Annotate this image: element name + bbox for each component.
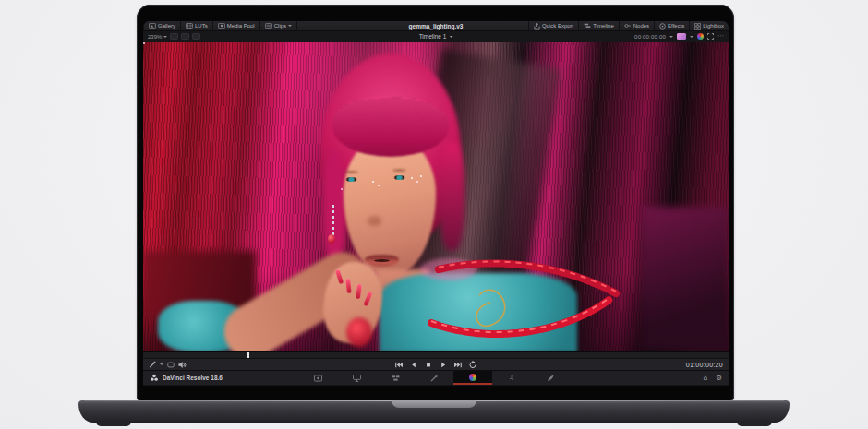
viewer-toolbar-right: 00:00:00:00 ⋯ (634, 33, 724, 40)
chevron-down-icon (288, 25, 292, 27)
effects-button[interactable]: Effects (654, 21, 689, 30)
timeline-selector-label: Timeline 1 (419, 33, 447, 40)
color-management-icon[interactable] (697, 33, 704, 40)
gear-icon[interactable]: ⚙ (716, 375, 722, 382)
toolbar-left-group: Gallery LUTs Media Pool (143, 21, 297, 30)
tab-fairlight[interactable]: ♫ (492, 371, 531, 385)
play-button[interactable] (440, 361, 448, 369)
step-back-button[interactable] (410, 361, 418, 369)
lightbox-label: Lightbox (703, 23, 724, 29)
skip-to-start-button[interactable] (395, 361, 404, 369)
luts-button[interactable]: LUTs (181, 21, 213, 30)
playhead-timecode: 01:00:00:20 (686, 362, 723, 368)
quick-export-button[interactable]: Quick Export (528, 21, 578, 30)
earring-chain (332, 205, 334, 236)
timeline-selector[interactable]: Timeline 1 (419, 33, 453, 40)
media-pool-icon (218, 23, 225, 29)
loop-button[interactable] (469, 361, 477, 369)
deliver-page-icon (547, 375, 555, 382)
model-hair-right (440, 142, 464, 251)
tab-media[interactable] (298, 371, 337, 385)
chevron-down-icon[interactable] (669, 36, 673, 38)
chevron-down-icon[interactable] (690, 36, 693, 38)
lightbox-button[interactable]: Lightbox (689, 21, 729, 30)
model-nose-shadow (368, 216, 381, 226)
clips-label: Clips (274, 23, 286, 29)
timeline-icon (584, 23, 591, 29)
page-bar: DaVinci Resolve 18.6 (143, 370, 729, 385)
davinci-resolve-window: Gallery LUTs Media Pool (143, 21, 729, 386)
nodes-icon (624, 23, 632, 29)
media-pool-button[interactable]: Media Pool (213, 21, 260, 30)
effects-icon (659, 23, 666, 30)
edit-page-icon (392, 375, 400, 382)
clips-button[interactable]: Clips (260, 21, 297, 30)
model-brow-right (392, 169, 406, 172)
tab-fusion[interactable] (415, 371, 453, 385)
project-title: gemma_lighting.v3 (409, 21, 464, 30)
clips-icon (265, 23, 272, 29)
speaker-icon[interactable] (178, 361, 187, 369)
chevron-down-icon[interactable] (160, 363, 163, 365)
transport-tools (149, 361, 187, 369)
red-jewelry-accent (346, 317, 372, 347)
laptop-foot-left (96, 421, 131, 426)
zoom-level-value: 239% (148, 34, 162, 40)
model-mouth (374, 259, 390, 262)
toolbar-right-group: Quick Export Timeline Nodes (528, 21, 729, 30)
background: Gallery LUTs Media Pool (0, 0, 868, 429)
top-toolbar: Gallery LUTs Media Pool (143, 21, 729, 31)
skip-to-end-button[interactable] (454, 361, 463, 369)
timeline-label: Timeline (593, 23, 613, 29)
viewer[interactable] (143, 42, 729, 351)
page-bar-right: ⌂ ⚙ (704, 375, 723, 382)
viewer-mode-button-2[interactable] (181, 33, 189, 40)
app-version-label: DaVinci Resolve 18.6 (163, 375, 223, 381)
stop-button[interactable] (425, 361, 433, 369)
more-icon[interactable]: ⋯ (717, 33, 724, 40)
transport-controls (395, 361, 477, 369)
laptop-foot-right (737, 421, 772, 426)
quick-export-label: Quick Export (542, 23, 573, 29)
luts-icon (186, 23, 193, 29)
earring-bead (328, 234, 335, 244)
marker-icon[interactable] (167, 362, 175, 368)
davinci-resolve-logo (150, 374, 159, 382)
tab-edit[interactable] (376, 371, 415, 385)
home-icon[interactable]: ⌂ (704, 375, 708, 382)
nodes-label: Nodes (633, 23, 649, 29)
fur-purple-right (642, 207, 729, 351)
viewer-mode-button-1[interactable] (170, 33, 178, 40)
gallery-button[interactable]: Gallery (144, 21, 181, 30)
model-brow-left (344, 171, 358, 173)
chevron-down-icon (449, 36, 452, 38)
model-eye-right (393, 175, 405, 180)
laptop-base (78, 400, 790, 423)
nodes-button[interactable]: Nodes (619, 21, 654, 30)
timeline-scrubber[interactable] (143, 351, 729, 358)
viewer-mode-button-3[interactable] (192, 33, 200, 40)
tab-color-active[interactable] (453, 371, 492, 385)
chevron-down-icon (163, 36, 167, 38)
laptop-screen: Gallery LUTs Media Pool (137, 5, 734, 401)
effects-label: Effects (668, 23, 684, 29)
gallery-icon (149, 23, 156, 29)
luts-label: LUTs (195, 23, 208, 29)
model-hair-left (323, 151, 346, 264)
draw-tool-icon[interactable] (149, 361, 156, 368)
lid-opening-notch (392, 400, 476, 408)
clean-feed-icon[interactable] (677, 33, 686, 40)
necklace-chain (420, 255, 638, 351)
tab-deliver[interactable] (531, 371, 570, 385)
timeline-button[interactable]: Timeline (578, 21, 618, 30)
cut-page-icon (353, 375, 361, 382)
transport-bar: 01:00:00:20 (143, 358, 729, 370)
page-buttons: ♫ (298, 371, 570, 385)
zoom-level-select[interactable]: 239% (148, 34, 167, 40)
gallery-label: Gallery (158, 23, 175, 29)
tab-cut[interactable] (337, 371, 376, 385)
color-page-icon (469, 374, 476, 381)
model-eye-left (345, 177, 357, 182)
expand-icon[interactable] (707, 33, 714, 40)
lightbox-icon (694, 23, 701, 30)
